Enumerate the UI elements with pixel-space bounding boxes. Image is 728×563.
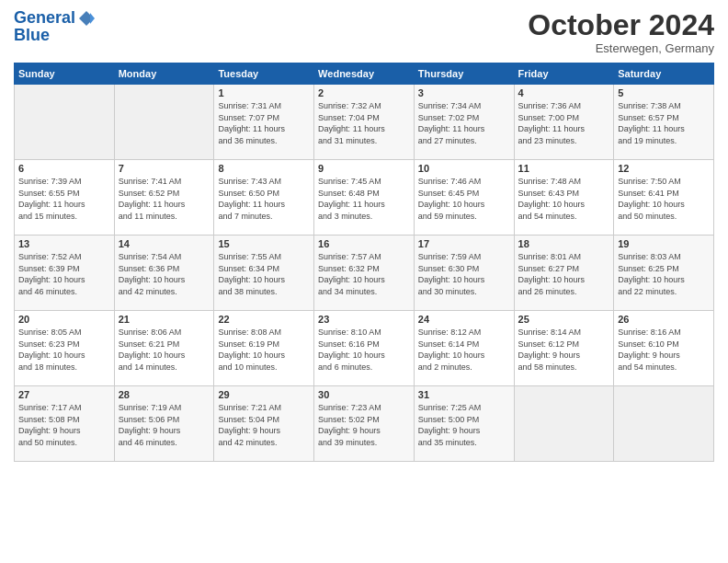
calendar-cell bbox=[614, 386, 714, 462]
day-info: Sunrise: 8:16 AM Sunset: 6:10 PM Dayligh… bbox=[618, 327, 710, 373]
calendar-cell: 13Sunrise: 7:52 AM Sunset: 6:39 PM Dayli… bbox=[15, 236, 115, 311]
logo-text: General bbox=[14, 9, 75, 28]
day-number: 20 bbox=[18, 314, 110, 325]
day-number: 4 bbox=[518, 87, 610, 98]
calendar-cell: 28Sunrise: 7:19 AM Sunset: 5:06 PM Dayli… bbox=[114, 386, 214, 462]
day-number: 7 bbox=[119, 163, 210, 174]
day-info: Sunrise: 7:55 AM Sunset: 6:34 PM Dayligh… bbox=[218, 251, 310, 297]
header-row: SundayMondayTuesdayWednesdayThursdayFrid… bbox=[15, 63, 714, 85]
day-number: 21 bbox=[119, 314, 210, 325]
day-info: Sunrise: 7:54 AM Sunset: 6:36 PM Dayligh… bbox=[119, 251, 210, 297]
day-number: 1 bbox=[218, 87, 310, 98]
day-info: Sunrise: 8:05 AM Sunset: 6:23 PM Dayligh… bbox=[18, 327, 110, 373]
calendar-cell: 19Sunrise: 8:03 AM Sunset: 6:25 PM Dayli… bbox=[614, 236, 714, 311]
header-cell-thursday: Thursday bbox=[414, 63, 514, 85]
week-row-5: 27Sunrise: 7:17 AM Sunset: 5:08 PM Dayli… bbox=[15, 386, 714, 462]
logo-line2: Blue bbox=[14, 26, 96, 45]
day-info: Sunrise: 7:19 AM Sunset: 5:06 PM Dayligh… bbox=[119, 402, 210, 448]
day-info: Sunrise: 8:14 AM Sunset: 6:12 PM Dayligh… bbox=[518, 327, 610, 373]
day-number: 5 bbox=[618, 87, 710, 98]
day-info: Sunrise: 7:21 AM Sunset: 5:04 PM Dayligh… bbox=[218, 402, 310, 448]
week-row-2: 6Sunrise: 7:39 AM Sunset: 6:55 PM Daylig… bbox=[15, 160, 714, 236]
calendar-cell: 1Sunrise: 7:31 AM Sunset: 7:07 PM Daylig… bbox=[214, 85, 314, 160]
day-number: 9 bbox=[318, 163, 410, 174]
day-number: 26 bbox=[618, 314, 710, 325]
location-subtitle: Esterwegen, Germany bbox=[528, 41, 714, 55]
svg-marker-1 bbox=[90, 13, 95, 24]
day-info: Sunrise: 7:17 AM Sunset: 5:08 PM Dayligh… bbox=[18, 402, 110, 448]
page-container: General Blue October 2024 Esterwegen, Ge… bbox=[0, 0, 728, 466]
day-number: 19 bbox=[618, 238, 710, 249]
day-number: 16 bbox=[318, 238, 410, 249]
calendar-cell bbox=[15, 85, 115, 160]
calendar-cell: 24Sunrise: 8:12 AM Sunset: 6:14 PM Dayli… bbox=[414, 311, 514, 386]
day-number: 10 bbox=[418, 163, 510, 174]
day-number: 29 bbox=[218, 389, 310, 400]
day-info: Sunrise: 7:23 AM Sunset: 5:02 PM Dayligh… bbox=[318, 402, 410, 448]
day-number: 14 bbox=[119, 238, 210, 249]
calendar-cell: 5Sunrise: 7:38 AM Sunset: 6:57 PM Daylig… bbox=[614, 85, 714, 160]
day-number: 23 bbox=[318, 314, 410, 325]
day-number: 22 bbox=[218, 314, 310, 325]
calendar-cell: 29Sunrise: 7:21 AM Sunset: 5:04 PM Dayli… bbox=[214, 386, 314, 462]
logo: General Blue bbox=[14, 9, 96, 45]
calendar-cell: 20Sunrise: 8:05 AM Sunset: 6:23 PM Dayli… bbox=[15, 311, 115, 386]
day-number: 15 bbox=[218, 238, 310, 249]
day-info: Sunrise: 7:57 AM Sunset: 6:32 PM Dayligh… bbox=[318, 251, 410, 297]
calendar-cell: 17Sunrise: 7:59 AM Sunset: 6:30 PM Dayli… bbox=[414, 236, 514, 311]
calendar-cell: 12Sunrise: 7:50 AM Sunset: 6:41 PM Dayli… bbox=[614, 160, 714, 236]
day-info: Sunrise: 7:45 AM Sunset: 6:48 PM Dayligh… bbox=[318, 176, 410, 222]
week-row-4: 20Sunrise: 8:05 AM Sunset: 6:23 PM Dayli… bbox=[15, 311, 714, 386]
day-info: Sunrise: 8:12 AM Sunset: 6:14 PM Dayligh… bbox=[418, 327, 510, 373]
calendar-cell: 23Sunrise: 8:10 AM Sunset: 6:16 PM Dayli… bbox=[314, 311, 415, 386]
calendar-cell: 4Sunrise: 7:36 AM Sunset: 7:00 PM Daylig… bbox=[514, 85, 614, 160]
day-number: 13 bbox=[18, 238, 110, 249]
calendar-cell: 3Sunrise: 7:34 AM Sunset: 7:02 PM Daylig… bbox=[414, 85, 514, 160]
day-info: Sunrise: 7:32 AM Sunset: 7:04 PM Dayligh… bbox=[318, 100, 410, 146]
calendar-cell: 27Sunrise: 7:17 AM Sunset: 5:08 PM Dayli… bbox=[15, 386, 115, 462]
calendar-cell: 22Sunrise: 8:08 AM Sunset: 6:19 PM Dayli… bbox=[214, 311, 314, 386]
header-cell-monday: Monday bbox=[114, 63, 214, 85]
day-info: Sunrise: 8:03 AM Sunset: 6:25 PM Dayligh… bbox=[618, 251, 710, 297]
day-number: 3 bbox=[418, 87, 510, 98]
logo-icon bbox=[77, 9, 96, 28]
day-number: 2 bbox=[318, 87, 410, 98]
day-number: 6 bbox=[18, 163, 110, 174]
calendar-table: SundayMondayTuesdayWednesdayThursdayFrid… bbox=[14, 63, 714, 462]
day-info: Sunrise: 7:38 AM Sunset: 6:57 PM Dayligh… bbox=[618, 100, 710, 146]
day-info: Sunrise: 8:10 AM Sunset: 6:16 PM Dayligh… bbox=[318, 327, 410, 373]
calendar-cell: 18Sunrise: 8:01 AM Sunset: 6:27 PM Dayli… bbox=[514, 236, 614, 311]
calendar-cell bbox=[114, 85, 214, 160]
day-info: Sunrise: 7:25 AM Sunset: 5:00 PM Dayligh… bbox=[418, 402, 510, 448]
day-number: 8 bbox=[218, 163, 310, 174]
calendar-cell: 16Sunrise: 7:57 AM Sunset: 6:32 PM Dayli… bbox=[314, 236, 415, 311]
day-info: Sunrise: 7:50 AM Sunset: 6:41 PM Dayligh… bbox=[618, 176, 710, 222]
header-cell-saturday: Saturday bbox=[614, 63, 714, 85]
header-cell-sunday: Sunday bbox=[15, 63, 115, 85]
header: General Blue October 2024 Esterwegen, Ge… bbox=[14, 9, 714, 55]
calendar-cell: 25Sunrise: 8:14 AM Sunset: 6:12 PM Dayli… bbox=[514, 311, 614, 386]
day-number: 11 bbox=[518, 163, 610, 174]
calendar-cell: 8Sunrise: 7:43 AM Sunset: 6:50 PM Daylig… bbox=[214, 160, 314, 236]
week-row-1: 1Sunrise: 7:31 AM Sunset: 7:07 PM Daylig… bbox=[15, 85, 714, 160]
day-info: Sunrise: 7:48 AM Sunset: 6:43 PM Dayligh… bbox=[518, 176, 610, 222]
day-info: Sunrise: 7:43 AM Sunset: 6:50 PM Dayligh… bbox=[218, 176, 310, 222]
calendar-cell: 6Sunrise: 7:39 AM Sunset: 6:55 PM Daylig… bbox=[15, 160, 115, 236]
calendar-cell: 30Sunrise: 7:23 AM Sunset: 5:02 PM Dayli… bbox=[314, 386, 415, 462]
day-info: Sunrise: 7:41 AM Sunset: 6:52 PM Dayligh… bbox=[119, 176, 210, 222]
calendar-cell: 9Sunrise: 7:45 AM Sunset: 6:48 PM Daylig… bbox=[314, 160, 415, 236]
calendar-cell: 21Sunrise: 8:06 AM Sunset: 6:21 PM Dayli… bbox=[114, 311, 214, 386]
day-number: 17 bbox=[418, 238, 510, 249]
title-block: October 2024 Esterwegen, Germany bbox=[528, 9, 714, 55]
calendar-cell: 15Sunrise: 7:55 AM Sunset: 6:34 PM Dayli… bbox=[214, 236, 314, 311]
day-info: Sunrise: 7:36 AM Sunset: 7:00 PM Dayligh… bbox=[518, 100, 610, 146]
calendar-cell: 11Sunrise: 7:48 AM Sunset: 6:43 PM Dayli… bbox=[514, 160, 614, 236]
calendar-cell: 26Sunrise: 8:16 AM Sunset: 6:10 PM Dayli… bbox=[614, 311, 714, 386]
day-number: 24 bbox=[418, 314, 510, 325]
day-info: Sunrise: 8:08 AM Sunset: 6:19 PM Dayligh… bbox=[218, 327, 310, 373]
week-row-3: 13Sunrise: 7:52 AM Sunset: 6:39 PM Dayli… bbox=[15, 236, 714, 311]
calendar-cell: 31Sunrise: 7:25 AM Sunset: 5:00 PM Dayli… bbox=[414, 386, 514, 462]
day-number: 30 bbox=[318, 389, 410, 400]
day-number: 12 bbox=[618, 163, 710, 174]
day-number: 31 bbox=[418, 389, 510, 400]
